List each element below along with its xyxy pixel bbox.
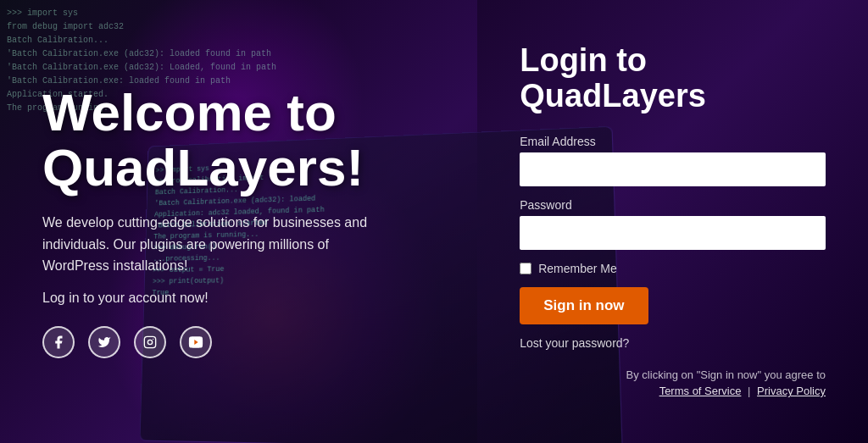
youtube-icon[interactable] xyxy=(180,326,212,358)
login-title: Login to QuadLayers xyxy=(520,43,826,114)
password-input[interactable] xyxy=(520,216,826,250)
welcome-title: Welcome to QuadLayers! xyxy=(42,85,435,195)
instagram-icon[interactable] xyxy=(134,326,166,358)
terms-container: By clicking on "Sign in now" you agree t… xyxy=(520,367,826,400)
sign-in-button[interactable]: Sign in now xyxy=(520,287,648,324)
terms-of-service-link[interactable]: Terms of Service xyxy=(659,385,742,397)
password-label: Password xyxy=(520,198,826,212)
twitter-svg xyxy=(97,335,111,349)
social-icons-container xyxy=(42,326,435,358)
login-title-line1: Login to xyxy=(520,42,647,78)
twitter-icon[interactable] xyxy=(88,326,120,358)
remember-me-checkbox[interactable] xyxy=(520,263,531,274)
login-prompt: Log in to your account now! xyxy=(42,291,435,306)
remember-me-group: Remember Me xyxy=(520,262,826,275)
remember-me-label[interactable]: Remember Me xyxy=(538,262,617,275)
left-panel: Welcome to QuadLayers! We develop cuttin… xyxy=(0,0,477,443)
privacy-policy-link[interactable]: Privacy Policy xyxy=(757,385,826,397)
right-panel: Login to QuadLayers Email Address Passwo… xyxy=(477,0,868,443)
terms-prefix: By clicking on "Sign in now" you agree t… xyxy=(626,368,826,381)
lost-password-link[interactable]: Lost your password? xyxy=(520,336,826,350)
email-group: Email Address xyxy=(520,135,826,186)
email-label: Email Address xyxy=(520,135,826,148)
svg-rect-0 xyxy=(144,336,155,347)
email-input[interactable] xyxy=(520,152,826,186)
login-title-line2: QuadLayers xyxy=(520,78,706,114)
instagram-svg xyxy=(143,335,157,349)
facebook-svg xyxy=(51,335,66,350)
svg-point-2 xyxy=(153,339,153,340)
welcome-description: We develop cutting-edge solutions for bu… xyxy=(42,212,381,277)
youtube-svg xyxy=(188,336,203,348)
password-group: Password xyxy=(520,198,826,250)
svg-point-1 xyxy=(147,340,152,344)
terms-divider: | xyxy=(748,385,750,397)
facebook-icon[interactable] xyxy=(42,326,75,358)
